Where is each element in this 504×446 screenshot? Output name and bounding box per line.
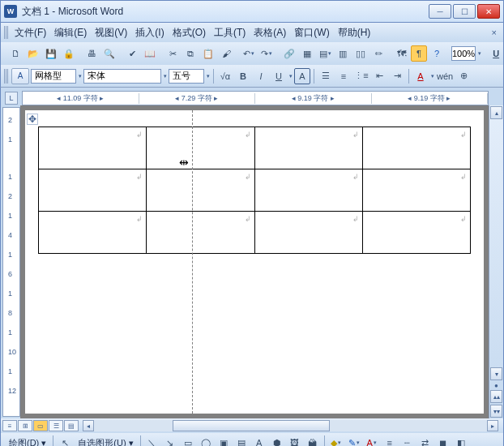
table-cell[interactable] <box>254 127 362 169</box>
cut-button[interactable]: ✂ <box>164 45 181 62</box>
web-view-button[interactable]: ⊞ <box>18 420 32 431</box>
scrollbar-horizontal[interactable]: ◂ ▸ <box>83 420 498 431</box>
italic-button[interactable]: I <box>253 68 269 84</box>
textbox-button[interactable]: ▣ <box>216 435 232 446</box>
document-area[interactable]: ✥ ⇹ <box>20 105 489 418</box>
3d-button[interactable]: ◧ <box>453 435 469 446</box>
dash-style-button[interactable]: ┄ <box>399 435 416 446</box>
vertical-textbox-button[interactable]: ▤ <box>233 435 250 446</box>
table-cell[interactable] <box>39 127 147 169</box>
underline-button[interactable]: U <box>488 45 504 62</box>
hyperlink-button[interactable]: 🔗 <box>281 45 297 62</box>
menu-tools[interactable]: 工具(T) <box>211 24 249 41</box>
autoshapes-menu[interactable]: 自选图形(U) ▾ <box>75 435 136 447</box>
bullets-button[interactable]: ⋮≡ <box>353 68 369 84</box>
print-button[interactable]: 🖶 <box>83 45 100 62</box>
drawing-button[interactable]: ✏ <box>370 45 387 62</box>
draw-menu[interactable]: 绘图(D) ▾ <box>6 435 49 447</box>
tables-borders-button[interactable]: ▦ <box>299 45 315 62</box>
line-color-button[interactable]: ✎▾ <box>346 435 362 446</box>
underline-button[interactable]: U <box>271 68 287 84</box>
decrease-indent-button[interactable]: ⇤ <box>371 68 387 84</box>
chevron-down-icon[interactable]: ▾ <box>164 73 167 79</box>
research-button[interactable]: 📖 <box>142 45 158 62</box>
chevron-down-icon[interactable]: ▾ <box>478 50 481 57</box>
ruler-vertical[interactable]: 2 1 1 2 1 4 1 6 1 8 1 10 1 12 <box>2 107 20 417</box>
insert-table-button[interactable]: ▤▾ <box>317 45 333 62</box>
scroll-up-button[interactable]: ▴ <box>490 106 502 119</box>
table-row[interactable] <box>39 212 471 254</box>
outline-view-button[interactable]: ☰ <box>49 420 63 431</box>
ruler-horizontal[interactable]: L ◂ 11.09 字符 ▸ ◂ 7.29 字符 ▸ ◂ 9.19 字符 ▸ ◂… <box>22 91 489 105</box>
normal-view-button[interactable]: ≡ <box>2 420 17 431</box>
line-style-button[interactable]: ≡ <box>382 435 398 446</box>
scroll-track[interactable] <box>94 420 487 431</box>
size-combo[interactable]: 五号 <box>169 69 204 84</box>
picture-button[interactable]: 🏔 <box>305 435 321 446</box>
oval-button[interactable]: ◯ <box>198 435 214 446</box>
font-color-button[interactable]: A <box>412 68 429 84</box>
arrow-button[interactable]: ↘ <box>162 435 178 446</box>
table-cell[interactable] <box>39 212 147 254</box>
doc-map-button[interactable]: 🗺 <box>393 45 409 62</box>
scrollbar-vertical[interactable]: ▴ ▾ ● ▴▴ ▾▾ <box>489 105 503 418</box>
menu-window[interactable]: 窗口(W) <box>291 24 332 41</box>
fill-color-button[interactable]: ◆▾ <box>328 435 344 446</box>
menu-table[interactable]: 表格(A) <box>250 24 289 41</box>
help-button[interactable]: ? <box>429 45 445 62</box>
font-color-button[interactable]: A▾ <box>364 435 380 446</box>
table-cell[interactable] <box>362 212 470 254</box>
table-cell[interactable] <box>254 212 362 254</box>
line-button[interactable]: ＼ <box>144 435 160 446</box>
char-shading-button[interactable]: ⊕ <box>455 68 472 84</box>
table-row[interactable] <box>39 169 471 212</box>
scroll-left-button[interactable]: ◂ <box>83 420 94 431</box>
chevron-down-icon[interactable]: ▾ <box>431 73 434 79</box>
save-button[interactable]: 💾 <box>43 45 59 62</box>
new-doc-button[interactable]: 🗋 <box>7 45 23 62</box>
chevron-down-icon[interactable]: ▾ <box>79 73 82 79</box>
menu-insert[interactable]: 插入(I) <box>132 24 167 41</box>
menu-close-icon[interactable]: × <box>489 28 500 37</box>
highlight-button[interactable]: wén <box>436 68 454 84</box>
zoom-combo[interactable]: 100% <box>451 46 476 61</box>
scroll-down-button[interactable]: ▾ <box>490 367 502 380</box>
scroll-track[interactable] <box>489 120 503 367</box>
increase-indent-button[interactable]: ⇥ <box>389 68 405 84</box>
insert-excel-button[interactable]: ▥ <box>335 45 351 62</box>
clipart-button[interactable]: 🖼 <box>287 435 303 446</box>
menu-edit[interactable]: 编辑(E) <box>51 24 90 41</box>
print-preview-button[interactable]: 🔍 <box>101 45 117 62</box>
style-combo[interactable]: 网格型 <box>31 69 76 84</box>
prev-page-button[interactable]: ▴▴ <box>490 390 502 403</box>
table-cell[interactable] <box>362 127 470 169</box>
next-page-button[interactable]: ▾▾ <box>490 405 502 418</box>
scroll-thumb[interactable] <box>173 420 330 431</box>
paste-button[interactable]: 📋 <box>200 45 216 62</box>
print-view-button[interactable]: ▭ <box>33 420 48 431</box>
shadow-button[interactable]: ◼ <box>435 435 451 446</box>
format-painter-button[interactable]: 🖌 <box>218 45 234 62</box>
rectangle-button[interactable]: ▭ <box>180 435 196 446</box>
char-border-button[interactable]: A <box>294 68 310 84</box>
table-row[interactable] <box>39 127 471 169</box>
undo-button[interactable]: ↶▾ <box>241 45 257 62</box>
numbering-button[interactable]: ≡ <box>335 68 352 84</box>
table-cell[interactable] <box>254 169 362 212</box>
table-cell[interactable] <box>147 127 254 169</box>
redo-button[interactable]: ↷▾ <box>258 45 275 62</box>
menu-help[interactable]: 帮助(H) <box>335 24 374 41</box>
bold-button[interactable]: B <box>235 68 251 84</box>
table-cell[interactable] <box>147 169 254 212</box>
menu-format[interactable]: 格式(O) <box>169 24 209 41</box>
tab-selector[interactable]: L <box>5 92 18 105</box>
browse-object-button[interactable]: ● <box>489 381 503 389</box>
menu-view[interactable]: 视图(V) <box>92 24 130 41</box>
scroll-right-button[interactable]: ▸ <box>487 420 498 431</box>
reading-view-button[interactable]: ▤ <box>64 420 79 431</box>
open-button[interactable]: 📂 <box>25 45 41 62</box>
permission-button[interactable]: 🔒 <box>61 45 77 62</box>
font-combo[interactable]: 宋体 <box>83 69 161 84</box>
spellcheck-button[interactable]: ✔ <box>124 45 140 62</box>
table-cell[interactable] <box>39 169 147 212</box>
